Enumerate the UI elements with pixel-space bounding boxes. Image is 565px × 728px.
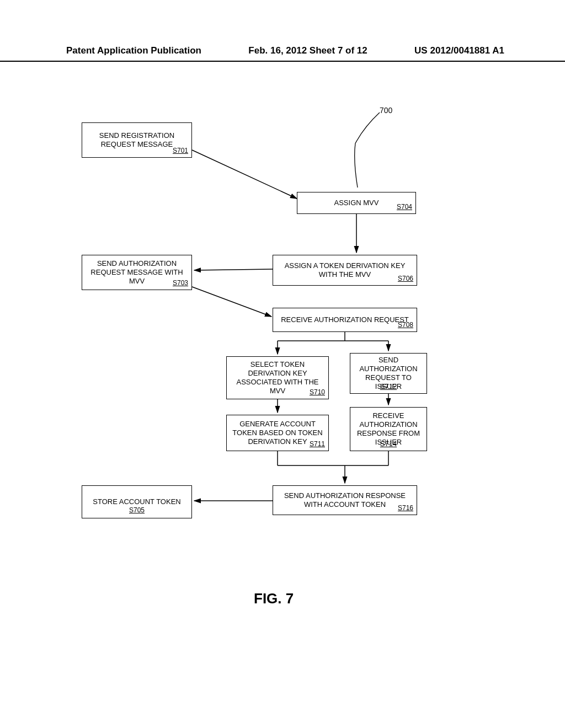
box-s703: SEND AUTHORIZATION REQUEST MESSAGE WITH … — [82, 255, 192, 290]
page: Patent Application Publication Feb. 16, … — [0, 0, 565, 728]
box-s716: SEND AUTHORIZATION RESPONSE WITH ACCOUNT… — [273, 485, 417, 515]
box-s712: SEND AUTHORIZATION REQUEST TO ISSUER S71… — [350, 353, 427, 394]
box-s714: RECEIVE AUTHORIZATION RESPONSE FROM ISSU… — [350, 407, 427, 451]
svg-line-3 — [192, 287, 271, 317]
box-s711: GENERATE ACCOUNT TOKEN BASED ON TOKEN DE… — [226, 415, 329, 451]
page-header: Patent Application Publication Feb. 16, … — [0, 45, 565, 62]
box-s706-text: ASSIGN A TOKEN DERIVATION KEY WITH THE M… — [276, 261, 413, 280]
box-s708-step: S708 — [398, 321, 413, 329]
box-s701: SEND REGISTRATION REQUEST MESSAGE S701 — [82, 122, 192, 158]
box-s701-step: S701 — [173, 147, 188, 155]
svg-line-0 — [192, 150, 297, 199]
header-left: Patent Application Publication — [66, 45, 201, 56]
box-s706: ASSIGN A TOKEN DERIVATION KEY WITH THE M… — [273, 255, 417, 286]
box-s714-step: S714 — [380, 440, 397, 448]
box-s704: ASSIGN MVV S704 — [297, 192, 416, 214]
box-s716-step: S716 — [398, 504, 413, 512]
box-s708: RECEIVE AUTHORIZATION REQUEST S708 — [273, 308, 417, 332]
box-s705: STORE ACCOUNT TOKEN S705 — [82, 485, 192, 518]
box-s710-step: S710 — [310, 388, 325, 397]
figure-area: 700 SEND REGISTRATION REQUEST MESSAGE S7… — [55, 99, 508, 651]
box-s704-text: ASSIGN MVV — [301, 199, 412, 207]
header-center: Feb. 16, 2012 Sheet 7 of 12 — [248, 45, 367, 56]
box-s706-step: S706 — [398, 275, 413, 283]
box-s703-step: S703 — [173, 279, 188, 287]
box-s711-step: S711 — [310, 440, 325, 448]
box-s712-step: S712 — [380, 382, 397, 390]
box-s716-text: SEND AUTHORIZATION RESPONSE WITH ACCOUNT… — [276, 491, 413, 510]
box-s704-step: S704 — [397, 203, 412, 211]
figure-label: FIG. 7 — [254, 590, 294, 607]
box-s705-step: S705 — [82, 506, 191, 515]
box-s705-text: STORE ACCOUNT TOKEN — [93, 497, 180, 506]
box-s710: SELECT TOKEN DERIVATION KEY ASSOCIATED W… — [226, 356, 329, 399]
box-s708-text: RECEIVE AUTHORIZATION REQUEST — [281, 315, 409, 324]
reference-number: 700 — [380, 106, 392, 115]
svg-line-2 — [194, 269, 273, 270]
header-right: US 2012/0041881 A1 — [414, 45, 504, 56]
